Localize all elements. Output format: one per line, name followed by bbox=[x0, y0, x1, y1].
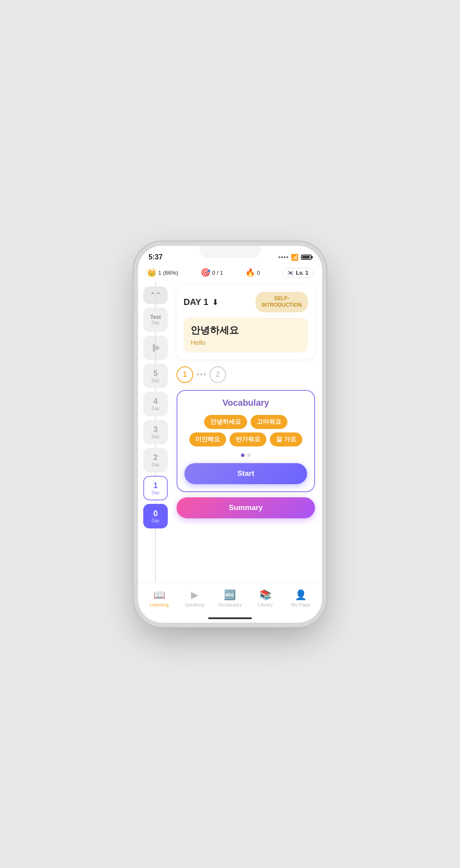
day-5-item[interactable]: 5 Day bbox=[143, 364, 168, 388]
vocab-chip-1[interactable]: 안녕하세요 bbox=[204, 415, 247, 429]
vocabulary-label: Vocabulary bbox=[218, 602, 242, 607]
fire-emoji: 🔥 bbox=[245, 268, 255, 277]
day-2-num: 2 bbox=[153, 453, 158, 462]
day-5-num: 5 bbox=[153, 369, 158, 378]
crown-emoji: 👑 bbox=[147, 268, 156, 277]
test-day-item[interactable]: Test Day bbox=[143, 308, 168, 332]
day-4-item[interactable]: 4 Day bbox=[143, 392, 168, 416]
level-badge: 🇰🇷 Lv. 1 bbox=[282, 268, 313, 278]
speaking-icon: ▶ bbox=[191, 589, 198, 601]
nav-learning[interactable]: 📖 Learning bbox=[147, 589, 171, 607]
library-label: Library bbox=[258, 602, 273, 607]
vocab-card: Vocabulary 안녕하세요 고마워요 미안해요 반가워요 잘 가요 Sta… bbox=[177, 390, 315, 492]
learning-icon: 📖 bbox=[153, 589, 165, 601]
day-title-row: DAY 1 ⬇ SELF- INTRODUCTION bbox=[184, 292, 308, 312]
mypage-icon: 👤 bbox=[295, 589, 307, 601]
vocab-chip-3[interactable]: 미안해요 bbox=[189, 432, 226, 446]
notch bbox=[199, 246, 261, 258]
test-day-label: Day bbox=[152, 320, 159, 325]
day-3-label: Day bbox=[152, 434, 159, 439]
phone-shell: 5:37 📶 👑 1 (66%) bbox=[138, 246, 322, 623]
learning-label: Learning bbox=[150, 602, 169, 607]
page-dots bbox=[184, 453, 307, 457]
day-1-item[interactable]: 1 Day bbox=[143, 476, 168, 500]
vocab-chip-5[interactable]: 잘 가요 bbox=[270, 432, 302, 446]
vocabulary-icon: 🔤 bbox=[224, 589, 236, 601]
stats-bar: 👑 1 (66%) 🎯 0 / 1 🔥 0 🇰🇷 Lv. 1 bbox=[138, 265, 322, 281]
day-3-item[interactable]: 3 Day bbox=[143, 420, 168, 444]
sidebar: ⌃⌃ Test Day 5 Day 4 Day 3 bbox=[138, 281, 173, 582]
signal-dot bbox=[284, 256, 286, 258]
vocab-preview: 안녕하세요 Hello bbox=[184, 318, 308, 352]
step-1-label: 1 bbox=[183, 371, 187, 379]
day-2-item[interactable]: 2 Day bbox=[143, 448, 168, 472]
crown-count: 1 bbox=[158, 269, 161, 276]
step-2-label: 2 bbox=[216, 371, 220, 379]
start-button[interactable]: Start bbox=[184, 463, 307, 484]
topic-badge: SELF- INTRODUCTION bbox=[255, 292, 308, 312]
home-bar bbox=[208, 617, 252, 619]
day-0-label: Day bbox=[152, 518, 159, 523]
day-0-item[interactable]: 0 Day bbox=[143, 504, 168, 528]
day-5-label: Day bbox=[152, 378, 159, 383]
day-1-num: 1 bbox=[153, 481, 158, 490]
day-4-num: 4 bbox=[153, 397, 158, 406]
summary-button[interactable]: Summary bbox=[177, 497, 315, 518]
crown-stat: 👑 1 (66%) bbox=[147, 268, 178, 277]
status-time: 5:37 bbox=[149, 253, 163, 261]
signal-dots bbox=[279, 256, 288, 258]
level-text: Lv. 1 bbox=[296, 269, 308, 276]
signal-dot bbox=[279, 256, 280, 258]
day-0-num: 0 bbox=[153, 509, 158, 518]
wifi-icon: 📶 bbox=[291, 254, 298, 261]
speaking-label: speaking bbox=[185, 602, 204, 607]
day-title: DAY 1 bbox=[184, 297, 209, 307]
phone-screen: 5:37 📶 👑 1 (66%) bbox=[138, 246, 322, 623]
library-icon: 📚 bbox=[259, 589, 271, 601]
day-title-group: DAY 1 ⬇ bbox=[184, 297, 219, 307]
content-area: DAY 1 ⬇ SELF- INTRODUCTION 안녕하세요 Hello bbox=[173, 281, 322, 582]
bottom-nav: 📖 Learning ▶ speaking 🔤 Vocabulary 📚 Lib… bbox=[138, 582, 322, 614]
nav-mypage[interactable]: 👤 My Page bbox=[289, 589, 313, 607]
topic-line2: INTRODUCTION bbox=[262, 302, 302, 308]
vocab-chip-4[interactable]: 반가워요 bbox=[230, 432, 266, 446]
step-1-circle[interactable]: 1 bbox=[177, 366, 193, 383]
vocab-card-title: Vocabulary bbox=[184, 398, 307, 408]
main-area: ⌃⌃ Test Day 5 Day 4 Day 3 bbox=[138, 281, 322, 582]
page-dot-active bbox=[241, 453, 244, 457]
crown-percent: (66%) bbox=[163, 269, 178, 276]
target-stat: 🎯 0 / 1 bbox=[201, 268, 223, 277]
nav-vocabulary[interactable]: 🔤 Vocabulary bbox=[218, 589, 242, 607]
korean-word: 안녕하세요 bbox=[191, 324, 301, 337]
nav-speaking[interactable]: ▶ speaking bbox=[182, 589, 207, 607]
target-emoji: 🎯 bbox=[201, 268, 210, 277]
day-arrow: ⬇ bbox=[212, 298, 219, 307]
fire-stat: 🔥 0 bbox=[245, 268, 260, 277]
nav-library[interactable]: 📚 Library bbox=[253, 589, 278, 607]
status-icons: 📶 bbox=[279, 254, 311, 261]
target-score: 0 / 1 bbox=[212, 269, 223, 276]
signal-dot bbox=[281, 256, 283, 258]
step-row: 1 2 bbox=[177, 365, 315, 385]
topic-line1: SELF- bbox=[274, 295, 290, 301]
english-word: Hello bbox=[191, 339, 301, 346]
day-header-card: DAY 1 ⬇ SELF- INTRODUCTION 안녕하세요 Hello bbox=[177, 285, 315, 359]
step-dots bbox=[197, 373, 206, 376]
step-dot-2 bbox=[200, 373, 202, 376]
day-4-label: Day bbox=[152, 406, 159, 411]
play-icon bbox=[153, 344, 160, 352]
signal-dot bbox=[287, 256, 288, 258]
page-dot-inactive bbox=[247, 453, 251, 457]
home-indicator bbox=[138, 614, 322, 623]
fire-count: 0 bbox=[257, 269, 260, 276]
step-dot-3 bbox=[204, 373, 206, 376]
mypage-label: My Page bbox=[291, 602, 310, 607]
day-1-label: Day bbox=[152, 490, 159, 495]
step-2-circle[interactable]: 2 bbox=[209, 366, 226, 383]
day-2-label: Day bbox=[152, 462, 159, 467]
vocab-chip-2[interactable]: 고마워요 bbox=[251, 415, 287, 429]
step-dot-1 bbox=[197, 373, 199, 376]
day-3-num: 3 bbox=[153, 425, 158, 434]
battery-fill bbox=[302, 256, 310, 259]
flag-emoji: 🇰🇷 bbox=[287, 269, 294, 276]
